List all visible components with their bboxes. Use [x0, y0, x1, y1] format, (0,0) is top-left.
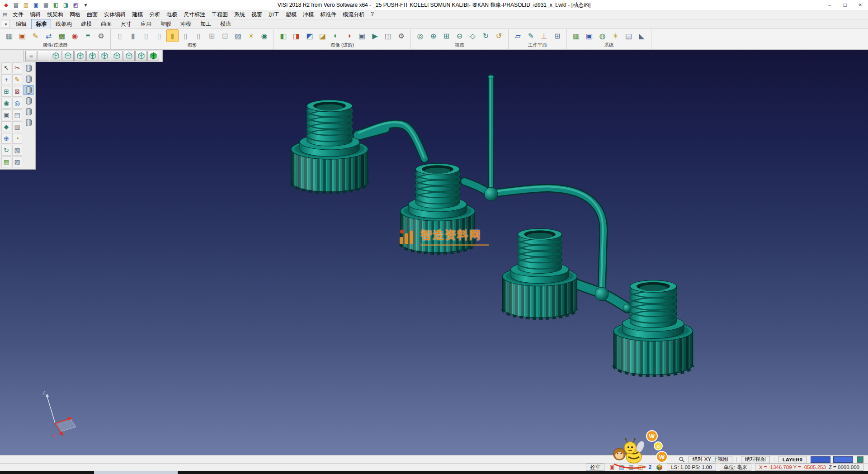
tab-2[interactable]: 线架构 — [51, 19, 76, 29]
menu-item-1[interactable]: 编辑 — [27, 10, 44, 19]
sphere-icon[interactable]: ◉ — [1, 98, 11, 109]
tab-0[interactable]: 编辑 — [11, 19, 31, 29]
cube-front-button[interactable] — [62, 51, 74, 61]
attribute-brush-icon[interactable]: ✎ — [29, 29, 42, 42]
absolute-view-indicator[interactable]: 绝对视图 — [741, 456, 770, 463]
chip-mask-icon[interactable]: ▩ — [56, 29, 68, 42]
solid-body-icon-5[interactable] — [24, 107, 33, 117]
light-icon[interactable]: ☀ — [245, 29, 257, 42]
tab-3[interactable]: 建模 — [76, 19, 96, 29]
wire-box-icon[interactable]: ⊞ — [206, 29, 218, 42]
point-icon[interactable]: + — [1, 74, 11, 85]
cube-bottom-button[interactable] — [123, 51, 135, 61]
tab-7[interactable]: 塑膜 — [156, 19, 176, 29]
adv-config-icon[interactable]: ⚙ — [395, 29, 407, 42]
save-file-icon[interactable]: ▣ — [32, 1, 40, 9]
open-file-icon[interactable]: ▥ — [22, 1, 30, 9]
hatch-icon[interactable]: ▤ — [12, 109, 22, 120]
menu-item-15[interactable]: 冲模 — [300, 10, 317, 19]
table-icon[interactable]: ▤ — [623, 29, 635, 42]
rotate-body-icon[interactable]: ↻ — [1, 145, 11, 156]
close-button[interactable]: × — [853, 0, 868, 10]
tab-1[interactable]: 标准 — [31, 19, 51, 29]
menu-item-2[interactable]: 线架构 — [44, 10, 66, 19]
cube-right-button[interactable] — [99, 51, 110, 61]
view-list-button[interactable]: ≡ — [25, 51, 37, 61]
view-blank-button[interactable] — [38, 51, 49, 61]
cube-back-button[interactable] — [74, 51, 86, 61]
box-icon[interactable]: ⊞ — [1, 86, 11, 97]
adv-compare-icon[interactable]: ◫ — [382, 29, 394, 42]
delete-icon[interactable]: ⊠ — [12, 86, 22, 97]
filter-gear-icon[interactable]: ⚙ — [95, 29, 107, 42]
globe-icon[interactable]: ◍ — [596, 29, 609, 42]
tab-overflow-caret-icon[interactable]: ▾ — [2, 20, 10, 28]
grid-snap-icon[interactable]: ▦ — [1, 156, 11, 167]
menu-item-9[interactable]: 尺寸标注 — [180, 10, 208, 19]
solid-body-icon-1[interactable] — [24, 63, 33, 73]
offset-icon[interactable]: ⊕ — [1, 133, 11, 144]
menu-item-11[interactable]: 系统 — [231, 10, 248, 19]
iso-cylinder-icon[interactable]: ▯ — [193, 29, 205, 42]
menu-item-4[interactable]: 曲面 — [84, 10, 101, 19]
edge-cylinder-icon[interactable]: ▯ — [179, 29, 192, 42]
solid-body-icon-6[interactable] — [24, 118, 33, 128]
zoom-window-icon[interactable]: ⊞ — [440, 29, 453, 42]
workplane-normal-icon[interactable]: ⊥ — [538, 29, 550, 42]
menu-item-16[interactable]: 标准件 — [317, 10, 340, 19]
color-grid-icon[interactable]: ▦ — [570, 29, 582, 42]
view-mode-indicator[interactable]: 绝对 XY 上视图 — [689, 456, 732, 463]
cube-iso-button[interactable] — [50, 51, 61, 61]
swap-filter-icon[interactable]: ⇄ — [42, 29, 55, 42]
tab-5[interactable]: 尺寸 — [116, 19, 136, 29]
viewport-3d[interactable]: 智造资料网 Z x — [0, 50, 868, 455]
texture-icon[interactable]: ▨ — [232, 29, 244, 42]
cube-iso2-button[interactable] — [135, 51, 147, 61]
shaded-cylinder-icon[interactable]: ▮ — [127, 29, 139, 42]
menu-item-5[interactable]: 实体编辑 — [101, 10, 129, 19]
workplane-grid-icon[interactable]: ⊞ — [551, 29, 563, 42]
history-icon[interactable]: ◔ — [12, 133, 22, 144]
solid-body-icon-4[interactable] — [24, 96, 33, 106]
brightness-icon[interactable]: ☀ — [609, 29, 622, 42]
ghost-cylinder-icon[interactable]: ▯ — [153, 29, 165, 42]
workplane-edit-icon[interactable]: ✎ — [525, 29, 537, 42]
magnet-filter-icon[interactable]: ◉ — [69, 29, 81, 42]
solid-body-icon-2[interactable] — [24, 74, 33, 84]
properties-grid-icon[interactable]: ▦ — [3, 29, 15, 42]
menu-item-14[interactable]: 塑模 — [283, 10, 300, 19]
zoom-out-icon[interactable]: ⊖ — [453, 29, 466, 42]
circle-icon[interactable]: ◎ — [12, 98, 22, 109]
scale-indicator[interactable]: LS: 1.00 PS: 1.00 — [667, 464, 716, 471]
pattern-icon[interactable]: ▧ — [12, 145, 22, 156]
capture-icon[interactable]: ◨ — [62, 1, 70, 9]
adv-reflect-icon[interactable]: ◑ — [343, 29, 355, 42]
cube-top-button[interactable] — [111, 51, 123, 61]
app-logo-icon[interactable]: ◆ — [2, 1, 10, 9]
menu-item-7[interactable]: 分析 — [146, 10, 163, 19]
units-indicator[interactable]: 单位: 毫米 — [720, 464, 751, 471]
material-ball-icon[interactable]: ◉ — [258, 29, 270, 42]
push-fit-nut-mold-model[interactable] — [0, 50, 868, 455]
workplane-icon[interactable]: ▱ — [512, 29, 524, 42]
menu-item-10[interactable]: 工程图 — [208, 10, 231, 19]
system-menu-icon[interactable]: ▤ — [1, 11, 9, 18]
tab-8[interactable]: 冲模 — [176, 19, 196, 29]
layer-list-icon[interactable]: ≡ — [82, 29, 94, 42]
tab-9[interactable]: 加工 — [196, 19, 216, 29]
solid-icon[interactable]: ◆ — [1, 121, 11, 132]
taskbar-segment[interactable] — [94, 471, 178, 474]
previous-view-icon[interactable]: ↺ — [493, 29, 505, 42]
shaded-box-icon[interactable]: ⊡ — [219, 29, 231, 42]
shade-icon[interactable]: ▣ — [1, 109, 11, 120]
customize-caret-icon[interactable]: ▾ — [82, 1, 90, 9]
pan-view-icon[interactable]: ◇ — [467, 29, 479, 42]
attribute-stamp-icon[interactable]: ▣ — [16, 29, 28, 42]
section-icon[interactable]: ▥ — [12, 121, 22, 132]
print-icon[interactable]: ▦ — [42, 1, 50, 9]
sketch-icon[interactable]: ✎ — [12, 74, 22, 85]
plot-icon[interactable]: ◧ — [52, 1, 60, 9]
search-icon[interactable] — [679, 456, 684, 462]
mesh-icon[interactable]: ▨ — [12, 156, 22, 167]
menu-item-17[interactable]: 模流分析 — [340, 10, 368, 19]
